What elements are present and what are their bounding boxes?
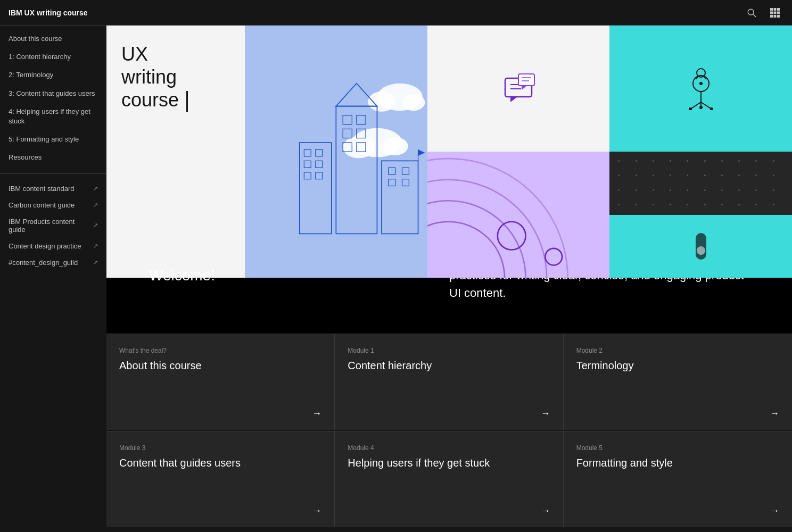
card-hierarchy-title: Content hierarchy <box>348 359 550 372</box>
svg-rect-8 <box>770 15 773 18</box>
svg-point-24 <box>699 106 703 109</box>
sidebar-nav: About this course 1: Content hierarchy 2… <box>0 26 106 532</box>
topbar-title: IBM UX writing course <box>9 9 743 17</box>
cards-row-1: What's the deal? About this course → Mod… <box>106 334 792 430</box>
card-formatting-label: Module 5 <box>576 444 779 452</box>
card-content-hierarchy[interactable]: Module 1 Content hierarchy → <box>335 334 563 430</box>
card-about-label: What's the deal? <box>119 347 321 354</box>
topbar-icons <box>743 4 783 21</box>
sidebar-item-resources[interactable]: Resources <box>0 148 106 167</box>
topbar: IBM UX writing course <box>0 0 792 26</box>
card-helping-users[interactable]: Module 4 Helping users if they get stuck… <box>335 431 563 527</box>
sidebar-external-guild[interactable]: #content_design_guild ↗ <box>0 254 106 271</box>
svg-marker-18 <box>522 86 527 90</box>
card-helping-arrow: → <box>541 505 550 517</box>
sidebar-external-design-practice[interactable]: Content design practice ↗ <box>0 238 106 254</box>
sidebar-item-about[interactable]: About this course <box>0 30 106 48</box>
sidebar-divider <box>0 173 106 174</box>
card-formatting-arrow: → <box>770 505 779 517</box>
card-about-title: About this course <box>119 359 321 372</box>
svg-point-30 <box>368 92 395 112</box>
card-about[interactable]: What's the deal? About this course → <box>106 334 335 430</box>
svg-rect-3 <box>774 8 777 11</box>
svg-rect-2 <box>770 8 773 11</box>
hero-title-area: UX writing course <box>106 26 245 278</box>
svg-point-61 <box>497 222 525 250</box>
external-link-icon: ↗ <box>93 259 98 266</box>
card-terminology-title: Terminology <box>576 359 779 372</box>
external-link-icon: ↗ <box>93 202 98 209</box>
cards-row-2: Module 3 Content that guides users → Mod… <box>106 431 792 527</box>
hero-cell-city <box>245 26 427 278</box>
svg-rect-7 <box>777 11 780 14</box>
card-formatting[interactable]: Module 5 Formatting and style → <box>564 431 792 527</box>
svg-point-0 <box>748 9 754 15</box>
sidebar-item-helping-users[interactable]: 4: Helping users if they get stuck <box>0 103 106 130</box>
svg-rect-6 <box>774 11 777 14</box>
card-hierarchy-label: Module 1 <box>348 347 550 354</box>
sidebar-external-ibm-content[interactable]: IBM content standard ↗ <box>0 180 106 197</box>
sidebar-item-formatting[interactable]: 5: Formatting and style <box>0 130 106 148</box>
card-guides-title: Content that guides users <box>119 456 321 470</box>
external-link-icon: ↗ <box>93 222 98 229</box>
svg-point-62 <box>545 248 562 265</box>
sidebar-item-content-hierarchy[interactable]: 1: Content hierarchy <box>0 48 106 66</box>
cursor-blink <box>186 91 188 112</box>
card-hierarchy-arrow: → <box>541 408 550 419</box>
hero-section: UX writing course <box>106 26 792 217</box>
grid-icon[interactable] <box>766 4 783 21</box>
card-about-arrow: → <box>312 408 321 419</box>
sidebar-item-terminology[interactable]: 2: Terminology <box>0 66 106 84</box>
svg-rect-10 <box>777 15 780 18</box>
svg-point-34 <box>383 137 408 155</box>
main-content: UX writing course <box>106 26 792 532</box>
card-terminology-label: Module 2 <box>576 347 779 354</box>
external-link-icon: ↗ <box>93 185 98 192</box>
card-content-guides[interactable]: Module 3 Content that guides users → <box>106 431 335 527</box>
svg-point-31 <box>402 94 425 111</box>
sidebar: IBM UX writing course About this course … <box>0 0 106 532</box>
svg-marker-14 <box>510 97 517 102</box>
svg-line-23 <box>701 102 712 109</box>
sidebar-external-carbon[interactable]: Carbon content guide ↗ <box>0 197 106 213</box>
search-icon[interactable] <box>743 4 760 21</box>
external-link-icon: ↗ <box>93 243 98 250</box>
svg-line-1 <box>753 14 756 17</box>
svg-point-33 <box>343 136 375 158</box>
hero-cell-waves <box>427 152 610 278</box>
svg-point-20 <box>699 82 703 85</box>
svg-line-22 <box>690 102 701 109</box>
svg-rect-64 <box>697 246 705 255</box>
svg-rect-4 <box>777 8 780 11</box>
hero-cell-dots-chain: document.write(Array(80).fill('<div styl… <box>609 152 792 278</box>
card-terminology-arrow: → <box>770 408 779 419</box>
card-guides-label: Module 3 <box>119 444 321 452</box>
sidebar-external-products[interactable]: IBM Products content guide ↗ <box>0 213 106 238</box>
svg-point-57 <box>427 222 505 278</box>
card-helping-label: Module 4 <box>348 444 550 452</box>
card-helping-title: Helping users if they get stuck <box>348 456 550 470</box>
svg-rect-9 <box>774 15 777 18</box>
cards-section: What's the deal? About this course → Mod… <box>106 334 792 527</box>
hero-title: UX writing course <box>121 43 188 112</box>
hero-illustration-grid: document.write(Array(80).fill('<div styl… <box>245 26 792 278</box>
hero-cell-diagram <box>609 26 792 152</box>
svg-rect-15 <box>518 74 534 86</box>
card-formatting-title: Formatting and style <box>576 456 779 470</box>
hero-cell-chat <box>427 26 610 152</box>
svg-rect-5 <box>770 11 773 14</box>
svg-point-58 <box>427 201 526 278</box>
svg-point-59 <box>427 180 547 278</box>
card-terminology[interactable]: Module 2 Terminology → <box>564 334 792 430</box>
card-guides-arrow: → <box>312 505 321 517</box>
sidebar-item-content-guides[interactable]: 3: Content that guides users <box>0 85 106 103</box>
